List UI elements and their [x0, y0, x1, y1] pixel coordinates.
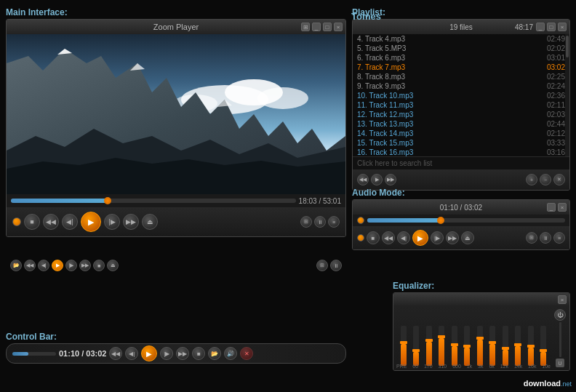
audio-min-btn[interactable]: _ [547, 203, 556, 212]
playlist-max-btn[interactable]: □ [547, 23, 556, 31]
bc-extra1[interactable]: ⊞ [316, 260, 328, 271]
cb-vol-btn[interactable]: 🔊 [224, 347, 237, 360]
audio-next-btn[interactable]: ▶▶ [446, 231, 459, 244]
bc-next-btn[interactable]: ▶▶ [79, 260, 91, 271]
volume-indicator[interactable] [12, 217, 21, 226]
cb-next-btn[interactable]: ▶▶ [176, 347, 189, 360]
cb-stop-btn[interactable]: ■ [192, 347, 205, 360]
eq-band-3k[interactable] [474, 326, 486, 366]
stop-btn[interactable]: ■ [24, 214, 40, 230]
eq-power-btn[interactable]: ⏻ [554, 309, 566, 321]
audio-eject-btn[interactable]: ⏏ [461, 231, 474, 244]
menu-btn[interactable]: ≡ [328, 216, 340, 228]
step-back-btn[interactable]: ◀| [62, 214, 78, 230]
audio-extra2[interactable]: ⏸ [540, 232, 551, 244]
pause-btn[interactable]: ⏸ [314, 216, 326, 228]
download-text: dоwnlоad [524, 379, 561, 388]
bc-play-btn[interactable]: ▶ [52, 260, 63, 271]
bc-open-btn[interactable]: 📂 [10, 260, 22, 271]
player-min-btn[interactable]: _ [312, 23, 321, 31]
eq-band-60[interactable] [411, 326, 423, 366]
eq-band-600[interactable] [449, 326, 460, 366]
prev-btn[interactable]: ◀◀ [43, 214, 59, 230]
bc-prev-btn[interactable]: ◀◀ [24, 260, 36, 271]
eq-band-10e[interactable] [538, 326, 550, 366]
bc-step-fwd-btn[interactable]: |▶ [65, 260, 77, 271]
audio-progress-handle[interactable] [437, 217, 444, 224]
eq-close-btn[interactable]: × [558, 295, 567, 304]
playlist-item[interactable]: 10. Track 10.mp302:36 [353, 91, 569, 100]
cb-step-fwd-btn[interactable]: |▶ [160, 347, 173, 360]
progress-track[interactable] [11, 199, 296, 203]
player-title: Zoom Player [153, 23, 199, 31]
next-btn[interactable]: ▶▶ [123, 214, 139, 230]
eq-band-16k[interactable] [525, 326, 537, 366]
cb-prev-btn[interactable]: ◀◀ [109, 347, 122, 360]
playlist-item[interactable]: 7. Track 7.mp303:02 [353, 63, 569, 72]
player-close-btn[interactable]: × [334, 23, 343, 31]
pl-next-btn[interactable]: ▶▶ [385, 174, 396, 185]
eq-band-6k[interactable] [487, 326, 499, 366]
audio-close-btn[interactable]: × [558, 203, 567, 212]
audio-stop-btn[interactable]: ■ [367, 231, 380, 244]
audio-vol-dot[interactable] [357, 217, 364, 224]
player-max-btn[interactable]: □ [323, 23, 332, 31]
playlist-item[interactable]: 15. Track 15.mp303:33 [353, 138, 569, 148]
eject-btn[interactable]: ⏏ [142, 214, 158, 230]
eq-titlebar: × [393, 293, 569, 306]
audio-progress-area [353, 215, 569, 226]
pl-remove-btn[interactable]: − [540, 174, 551, 185]
pl-play-btn[interactable]: ▶ [371, 174, 383, 185]
audio-progress-fill [367, 218, 441, 223]
eq-band-170[interactable] [423, 326, 435, 366]
pl-add-btn[interactable]: + [526, 174, 537, 185]
bc-stop-btn[interactable]: ■ [93, 260, 105, 271]
eq-preset-btn[interactable]: U [556, 359, 564, 367]
audio-progress-track[interactable] [367, 218, 565, 223]
cb-close-btn[interactable]: ✕ [240, 347, 253, 360]
playlist-min-btn[interactable]: _ [536, 23, 545, 31]
eq-band-310[interactable] [436, 326, 448, 366]
playlist-item[interactable]: 6. Track 6.mp303:01 [353, 53, 569, 63]
audio-step-fwd-btn[interactable]: |▶ [431, 231, 444, 244]
eq-band-12k[interactable] [500, 326, 511, 366]
cb-open-btn[interactable]: 📂 [208, 347, 221, 360]
audio-extra3[interactable]: ≡ [553, 232, 565, 244]
progress-handle[interactable] [104, 197, 111, 204]
playlist-item[interactable]: 13. Track 13.mp302:44 [353, 119, 569, 129]
audio-play-btn[interactable]: ▶ [412, 230, 428, 246]
player-window: Zoom Player ⊞ _ □ × [6, 19, 346, 237]
eq-band-1k[interactable] [462, 326, 473, 366]
player-menu-btn[interactable]: ⊞ [301, 23, 310, 31]
playlist-scrollbar[interactable] [565, 34, 569, 156]
playlist-item[interactable]: 8. Track 8.mp302:25 [353, 72, 569, 81]
playlist-item[interactable]: 12. Track 12.mp302:03 [353, 110, 569, 119]
svg-point-3 [257, 87, 308, 109]
audio-vol-indicator[interactable] [357, 234, 364, 241]
time-display: 18:03 / 53:01 [299, 197, 341, 205]
cb-progress-track[interactable] [12, 352, 56, 356]
audio-step-back-btn[interactable]: ◀| [397, 231, 410, 244]
playlist-item[interactable]: 16. Track 16.mp303:16 [353, 148, 569, 156]
pl-prev-btn[interactable]: ◀◀ [357, 174, 369, 185]
eq-band-PRE[interactable] [398, 326, 409, 366]
bc-extra2[interactable]: ⏸ [330, 260, 342, 271]
pl-clear-btn[interactable]: ✕ [553, 174, 565, 185]
playlist-item[interactable]: 9. Track 9.mp302:24 [353, 81, 569, 91]
playlist-item[interactable]: 11. Track 11.mp302:11 [353, 100, 569, 110]
play-btn[interactable]: ▶ [81, 212, 101, 232]
playlist-search[interactable]: Click here to search list [353, 156, 569, 169]
playlist-item[interactable]: 5. Track 5.MP302:02 [353, 44, 569, 53]
cb-step-back-btn[interactable]: ◀| [125, 347, 138, 360]
playlist-close-btn[interactable]: × [558, 23, 567, 31]
aspect-btn[interactable]: ⊞ [300, 216, 312, 228]
bc-eject-btn[interactable]: ⏏ [107, 260, 119, 271]
playlist-item[interactable]: 4. Track 4.mp302:49 [353, 34, 569, 44]
audio-prev-btn[interactable]: ◀◀ [382, 231, 395, 244]
eq-band-14k[interactable] [513, 326, 524, 366]
audio-extra1[interactable]: ⊞ [526, 232, 537, 244]
cb-play-btn[interactable]: ▶ [141, 345, 157, 361]
step-fwd-btn[interactable]: |▶ [104, 214, 120, 230]
playlist-item[interactable]: 14. Track 14.mp302:12 [353, 129, 569, 138]
bc-step-back-btn[interactable]: ◀| [38, 260, 49, 271]
